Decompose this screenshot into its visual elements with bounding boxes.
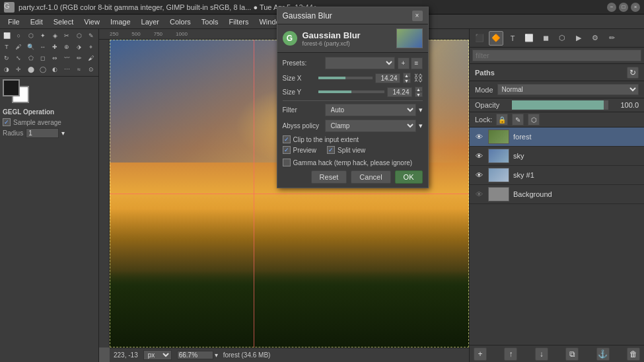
- tool-heal[interactable]: ✛: [13, 64, 24, 75]
- color-pair[interactable]: [3, 79, 29, 103]
- play-icon-btn[interactable]: ▶: [571, 31, 586, 46]
- tool-scissors[interactable]: ✂: [61, 30, 72, 41]
- filter-select[interactable]: Auto IIR RLE: [325, 104, 416, 116]
- menu-view[interactable]: View: [79, 17, 105, 27]
- size-x-up[interactable]: ▲: [403, 73, 411, 78]
- tool-magnify[interactable]: 🔍: [26, 42, 36, 52]
- menu-image[interactable]: Image: [105, 17, 136, 27]
- layer-visibility-sky[interactable]: 👁: [474, 151, 484, 161]
- menu-select[interactable]: Select: [48, 17, 79, 27]
- tool-shear[interactable]: ⬠: [26, 53, 36, 63]
- window-controls[interactable]: − □ ×: [607, 3, 640, 12]
- filter-input[interactable]: [472, 50, 641, 61]
- preview-checkbox[interactable]: [283, 146, 291, 154]
- tool-move[interactable]: ✚: [50, 42, 60, 52]
- tool-ellipse[interactable]: ○: [13, 30, 24, 41]
- unit-select[interactable]: px in mm: [143, 350, 172, 360]
- layers-icon-btn[interactable]: ⬛: [472, 31, 487, 46]
- tool-foreground[interactable]: ⬡: [74, 30, 85, 41]
- menu-layer[interactable]: Layer: [136, 17, 165, 27]
- tool-select-color[interactable]: ◈: [50, 30, 60, 41]
- tool-flip[interactable]: ⇔: [50, 53, 60, 63]
- settings-icon-btn[interactable]: ⚙: [588, 31, 602, 46]
- lock-pixels-button[interactable]: 🔒: [496, 114, 508, 126]
- mode-select[interactable]: Normal Multiply Screen: [497, 84, 639, 95]
- text-icon-btn[interactable]: T: [505, 31, 520, 46]
- sample-average-checkbox[interactable]: [3, 118, 11, 126]
- layer-item-background[interactable]: 👁 Background: [470, 185, 644, 204]
- lock-alpha-button[interactable]: ⬡: [528, 114, 540, 126]
- split-view-checkbox[interactable]: [327, 146, 335, 154]
- minimize-button[interactable]: −: [607, 3, 616, 12]
- radius-input[interactable]: [26, 128, 59, 138]
- brushes-icon-btn[interactable]: ⬡: [555, 31, 569, 46]
- presets-select[interactable]: [325, 57, 395, 69]
- menu-tools[interactable]: Tools: [196, 17, 224, 27]
- tool-color-picker[interactable]: 🖋: [13, 42, 24, 52]
- menu-file[interactable]: File: [3, 17, 25, 27]
- zoom-dropdown-icon[interactable]: ▾: [215, 351, 218, 359]
- size-y-down[interactable]: ▼: [415, 92, 423, 97]
- blur-close-button[interactable]: ×: [412, 11, 423, 21]
- size-y-up[interactable]: ▲: [415, 87, 423, 92]
- size-x-slider[interactable]: [318, 77, 373, 79]
- tool-clone[interactable]: ⋯: [61, 64, 72, 75]
- tool-perspective[interactable]: ◻: [38, 53, 48, 63]
- xy-chain-link[interactable]: ⛓: [413, 73, 423, 83]
- edit-icon-btn[interactable]: ✏: [604, 31, 619, 46]
- size-x-down[interactable]: ▼: [403, 78, 411, 83]
- paths-refresh-button[interactable]: ↻: [627, 67, 639, 79]
- preset-add-button[interactable]: +: [398, 57, 410, 69]
- tool-scale[interactable]: ⤡: [13, 53, 24, 63]
- abyss-select[interactable]: Clamp Loop Black: [325, 120, 416, 132]
- tool-path[interactable]: ✎: [86, 30, 96, 41]
- raise-layer-button[interactable]: ↑: [504, 347, 517, 361]
- ok-button[interactable]: OK: [395, 170, 423, 184]
- duplicate-layer-button[interactable]: ⧉: [565, 347, 579, 361]
- menu-colors[interactable]: Colors: [164, 17, 196, 27]
- tool-warp[interactable]: 〰: [61, 53, 72, 63]
- preset-menu-button[interactable]: ≡: [411, 57, 423, 69]
- foreground-color-swatch[interactable]: [3, 79, 20, 96]
- close-button[interactable]: ×: [631, 3, 640, 12]
- size-y-input[interactable]: [387, 87, 412, 97]
- tool-rectangle[interactable]: ⬜: [1, 30, 12, 41]
- tool-text[interactable]: T: [1, 42, 12, 52]
- layer-visibility-forest[interactable]: 👁: [474, 131, 484, 142]
- cancel-button[interactable]: Cancel: [351, 170, 390, 184]
- tool-pencil[interactable]: ✏: [74, 53, 85, 63]
- tool-blur-tool[interactable]: ⊙: [86, 64, 96, 75]
- anchor-layer-button[interactable]: ⚓: [596, 347, 610, 361]
- layer-item-sky[interactable]: 👁 sky: [470, 147, 644, 166]
- maximize-button[interactable]: □: [619, 3, 628, 12]
- tool-smudge[interactable]: ≈: [74, 64, 85, 75]
- lock-position-button[interactable]: ✎: [512, 114, 524, 126]
- delete-layer-button[interactable]: 🗑: [627, 347, 640, 361]
- tool-brush[interactable]: 🖌: [86, 53, 96, 63]
- channels-icon-btn[interactable]: 🔶: [489, 31, 503, 46]
- tool-gradient[interactable]: ◯: [38, 64, 48, 75]
- size-x-input[interactable]: [375, 73, 400, 83]
- menu-edit[interactable]: Edit: [25, 17, 48, 27]
- layer-item-sky1[interactable]: 👁 sky #1: [470, 166, 644, 185]
- layer-item-forest[interactable]: 👁 forest: [470, 127, 644, 147]
- paths-icon-btn[interactable]: ⬜: [522, 31, 536, 46]
- tool-fuzzy[interactable]: ✦: [38, 30, 48, 41]
- layer-visibility-background[interactable]: 👁: [474, 189, 484, 199]
- history-icon-btn[interactable]: ◼: [538, 31, 553, 46]
- menu-filters[interactable]: Filters: [224, 17, 254, 27]
- tool-align[interactable]: ⊕: [61, 42, 72, 52]
- size-y-slider[interactable]: [318, 90, 384, 93]
- new-layer-button[interactable]: +: [474, 347, 487, 361]
- tool-dodge[interactable]: ◐: [50, 64, 60, 75]
- reset-button[interactable]: Reset: [311, 170, 347, 184]
- opacity-slider[interactable]: [512, 100, 608, 110]
- tool-bucket[interactable]: ⬤: [26, 64, 36, 75]
- tool-erase[interactable]: ◑: [1, 64, 12, 75]
- lower-layer-button[interactable]: ↓: [535, 347, 548, 361]
- tool-transform[interactable]: ⬗: [74, 42, 85, 52]
- gamma-checkbox[interactable]: [283, 159, 291, 166]
- tool-free-select[interactable]: ⬡: [26, 30, 36, 41]
- zoom-input[interactable]: [177, 351, 213, 359]
- tool-measure[interactable]: ↔: [38, 42, 48, 52]
